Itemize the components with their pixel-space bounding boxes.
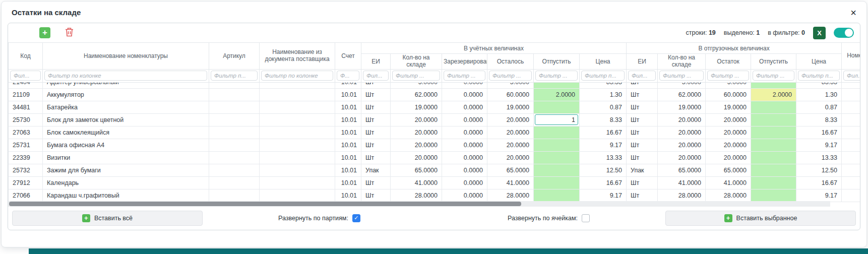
table-row[interactable]: 27063Блок самоклеящийся10.01Шт20.00000.0… <box>9 126 860 139</box>
dispatch-qty-input[interactable] <box>535 114 578 125</box>
cell-acc-reserved: 0.0000 <box>442 101 487 113</box>
cell-acc-price: 8.33 <box>580 113 627 126</box>
cell-account: 10.01 <box>335 88 361 101</box>
excel-export-button[interactable]: X <box>813 27 826 39</box>
table-row[interactable]: 21109Аккумулятор10.01Шт62.00000.000060.0… <box>9 88 860 101</box>
expand-batches-checkbox[interactable]: ✓ <box>352 214 360 222</box>
filter-input-ship-dispatch[interactable] <box>753 71 794 81</box>
cell-ship-dispatch[interactable] <box>751 126 796 139</box>
col-header-acc-left[interactable]: Осталось <box>487 54 534 70</box>
table-row[interactable]: 34481Батарейка10.01Шт19.00000.000019.000… <box>9 101 860 113</box>
cell-supplier-name <box>260 164 335 176</box>
cell-acc-dispatch[interactable] <box>534 126 580 139</box>
filter-input-acc-dispatch[interactable] <box>535 71 578 81</box>
cell-acc-dispatch[interactable] <box>534 176 580 189</box>
filter-input-code[interactable] <box>10 71 41 81</box>
cell-ship-dispatch[interactable] <box>751 101 796 113</box>
cell-ship-dispatch[interactable] <box>751 113 796 126</box>
cell-ship-unit: Шт <box>627 139 658 151</box>
cell-acc-dispatch[interactable] <box>534 164 580 176</box>
delete-row-button[interactable] <box>64 27 75 38</box>
table-row[interactable]: 27066Карандаш ч.графитовый10.01Шт28.0000… <box>9 189 860 202</box>
cell-ship-dispatch[interactable] <box>751 164 796 176</box>
table-row[interactable]: 25732Зажим для бумаги10.01Упак65.00000.0… <box>9 164 860 176</box>
filter-input-acc-unit[interactable] <box>363 71 389 81</box>
filter-input-acc-qty[interactable] <box>392 71 440 81</box>
table-row[interactable]: 27912Календарь10.01Шт41.00000.000041.000… <box>9 176 860 189</box>
cell-acc-dispatch[interactable] <box>534 151 580 164</box>
col-header-acc-price[interactable]: Цена <box>580 54 627 70</box>
filter-input-acc-reserved[interactable] <box>444 71 485 81</box>
filter-input-ship-qty[interactable] <box>659 71 704 81</box>
cell-acc-dispatch[interactable] <box>534 139 580 151</box>
cell-acc-qty: 62.0000 <box>391 88 442 101</box>
horizontal-scrollbar[interactable] <box>8 201 830 207</box>
col-header-acc-reserved[interactable]: Зарезервировано <box>442 54 487 70</box>
col-header-account[interactable]: Счет <box>335 43 361 70</box>
table-row[interactable]: 25730Блок для заметок цветной10.01Шт20.0… <box>9 113 860 126</box>
data-table: 21404Адаптер универсальный10.01Шт5.00000… <box>8 83 860 202</box>
cell-batch <box>842 189 860 202</box>
filter-input-ship-unit[interactable] <box>628 71 656 81</box>
toolbar: + строки: 19 выделено: <box>8 23 860 42</box>
cell-code: 27066 <box>9 189 43 202</box>
col-header-ship-qty[interactable]: Кол-во на складе <box>658 54 706 70</box>
insert-selected-button[interactable]: + Вставить выбранное <box>665 211 856 226</box>
table-body-viewport[interactable]: 21404Адаптер универсальный10.01Шт5.00000… <box>8 83 860 207</box>
col-header-code[interactable]: Код <box>9 43 43 70</box>
col-header-article[interactable]: Артикул <box>209 43 260 70</box>
cell-ship-dispatch[interactable] <box>751 176 796 189</box>
filter-input-batch[interactable] <box>843 71 860 81</box>
filter-input-article[interactable] <box>211 71 258 81</box>
filter-input-name[interactable] <box>44 71 207 81</box>
cell-acc-dispatch[interactable]: 2.0000 <box>534 88 580 101</box>
filter-input-supplier-doc-name[interactable] <box>261 71 333 81</box>
cell-acc-unit: Шт <box>361 176 391 189</box>
table-row[interactable]: 25731Бумага офисная А410.01Шт20.00000.00… <box>9 139 860 151</box>
close-icon[interactable]: × <box>850 9 856 16</box>
cell-acc-dispatch[interactable] <box>534 101 580 113</box>
filter-input-ship-price[interactable] <box>798 71 840 81</box>
col-header-supplier-doc-name[interactable]: Наименование из документа поставщика <box>260 43 335 70</box>
expand-cells-checkbox[interactable] <box>582 214 590 222</box>
table-row[interactable]: 22339Визитки10.01Шт20.00000.000020.00001… <box>9 151 860 164</box>
col-header-acc-dispatch[interactable]: Отпустить <box>534 54 580 70</box>
table-body: 21404Адаптер универсальный10.01Шт5.00000… <box>9 83 860 202</box>
filter-input-acc-left[interactable] <box>489 71 532 81</box>
cell-ship-price: 16.67 <box>796 176 842 189</box>
cell-account: 10.01 <box>335 126 361 139</box>
col-header-name[interactable]: Наименование номенклатуры <box>43 43 209 70</box>
page-background-strip <box>29 248 868 254</box>
add-row-button[interactable]: + <box>39 27 50 38</box>
cell-acc-dispatch[interactable] <box>534 83 580 89</box>
filter-input-account[interactable] <box>337 71 359 81</box>
table-row[interactable]: 21404Адаптер универсальный10.01Шт5.00000… <box>9 83 860 89</box>
cell-ship-dispatch[interactable] <box>751 189 796 202</box>
cell-ship-dispatch[interactable] <box>751 139 796 151</box>
cell-ship-dispatch[interactable] <box>751 151 796 164</box>
content-panel: + строки: 19 выделено: <box>8 23 860 230</box>
cell-supplier-name <box>260 189 335 202</box>
cell-acc-dispatch[interactable] <box>534 189 580 202</box>
col-header-batch-number[interactable]: Номер партии <box>842 43 860 70</box>
col-header-acc-unit[interactable]: ЕИ <box>361 54 391 70</box>
col-header-ship-left[interactable]: Остаток <box>706 54 751 70</box>
filter-input-acc-price[interactable] <box>581 71 625 81</box>
cell-supplier-name <box>260 113 335 126</box>
insert-all-button[interactable]: + Вставить всё <box>12 211 203 226</box>
cell-ship-dispatch[interactable]: 2.0000 <box>751 88 796 101</box>
toggle-switch[interactable] <box>834 28 854 38</box>
col-header-ship-unit[interactable]: ЕИ <box>627 54 658 70</box>
cell-batch <box>842 139 860 151</box>
cell-ship-dispatch[interactable] <box>751 83 796 89</box>
cell-article <box>209 176 260 189</box>
col-header-ship-price[interactable]: Цена <box>796 54 842 70</box>
col-header-ship-dispatch[interactable]: Отпустить <box>751 54 796 70</box>
cell-account: 10.01 <box>335 83 361 89</box>
stock-balances-dialog: Остатки на складе × + строки: <box>1 1 867 247</box>
cell-acc-dispatch <box>534 113 580 126</box>
col-header-acc-qty[interactable]: Кол-во на складе <box>391 54 442 70</box>
scrollbar-thumb[interactable] <box>9 202 521 206</box>
filter-input-ship-left[interactable] <box>707 71 749 81</box>
cell-ship-price: 0.87 <box>796 101 842 113</box>
